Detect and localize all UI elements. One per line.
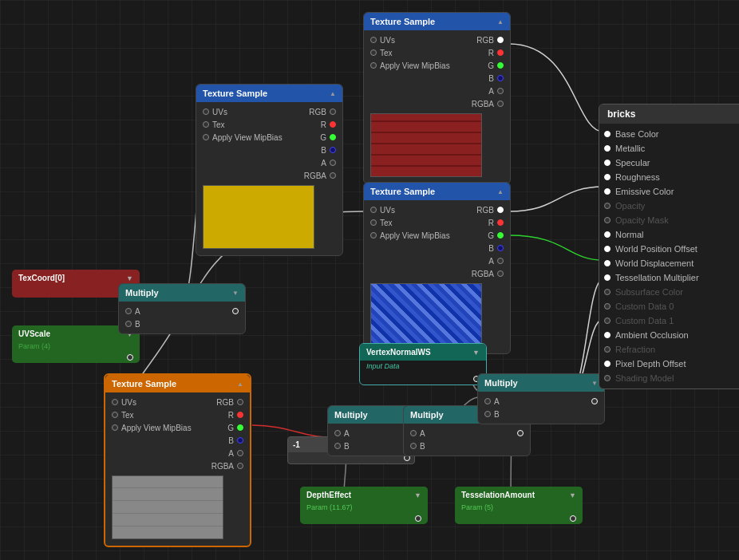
uvscale-label: UVScale	[18, 329, 50, 338]
output-metallic: Metallic	[599, 141, 739, 156]
ts-top-rgba-pin-out	[497, 101, 504, 107]
output-pdo-pin	[604, 361, 611, 367]
ts-bot-uvs-pin-in	[112, 399, 118, 405]
output-custom1: Custom Data 1	[599, 314, 739, 328]
ts-bot-b-pin-out	[237, 437, 243, 444]
vertex-normal-node[interactable]: VertexNormalWS ▼ Input Data	[359, 343, 487, 385]
ts-bot-preview	[112, 475, 223, 539]
tesselation-amount-node[interactable]: TesselationAmount ▼ Param (5)	[455, 487, 583, 524]
ts-mr-a-pin-out	[497, 258, 504, 264]
ts-bot-r-pin-out	[237, 412, 243, 418]
ts-ml-tex-row: Tex R	[196, 118, 342, 131]
output-tessellation: Tessellation Multiplier	[599, 270, 739, 285]
output-roughness: Roughness	[599, 170, 739, 184]
tesselation-out-pin	[570, 515, 576, 522]
ts-ml-rgba-row: RGBA	[196, 169, 342, 182]
ts-mr-mip-row: Apply View MipBias G	[364, 229, 510, 242]
output-wpo-pin	[604, 246, 611, 252]
texture-sample-mid-left-header: Texture Sample ▲	[196, 85, 342, 102]
ts-bot-uvs-row: UVs RGB	[105, 396, 250, 408]
output-opacity-pin	[604, 203, 611, 209]
ts-bot-a-pin-out	[237, 450, 243, 456]
ts-ml-g-pin-out	[330, 134, 336, 140]
ts-top-a-row: A	[364, 85, 510, 97]
multiply4-node[interactable]: Multiply ▼ A B	[477, 373, 605, 424]
ts-mr-rgba-row: RGBA	[364, 267, 510, 280]
ts-ml-b-row: B	[196, 144, 342, 156]
multiply3-b-row: B	[404, 440, 530, 452]
ts-bot-tex-pin-in	[112, 412, 118, 418]
output-tess-pin	[604, 274, 611, 281]
multiply1-header: Multiply ▼	[119, 284, 245, 302]
ts-top-preview	[370, 113, 482, 177]
texture-sample-top-header: Texture Sample ▲	[364, 13, 510, 30]
texture-sample-bottom[interactable]: Texture Sample ▲ UVs RGB Tex	[104, 373, 251, 547]
ts-top-tex-pin-in	[370, 49, 377, 56]
deptheffect-out-pin	[415, 515, 421, 522]
ts-top-tex-row: Tex R	[364, 46, 510, 59]
uvscale-output-pin	[127, 354, 133, 361]
texture-sample-top[interactable]: Texture Sample ▲ UVs RGB Tex	[363, 12, 511, 184]
ts-bot-rgb-pin-out	[237, 399, 243, 405]
ts-top-uvs-pin-in	[370, 37, 377, 43]
multiply3-a-row: A	[404, 427, 530, 440]
multiply1-b-in	[125, 321, 132, 327]
output-shading-model-pin	[604, 375, 611, 381]
ts-ml-a-pin-out	[330, 160, 336, 166]
output-custom0-pin	[604, 303, 611, 310]
minus-one-label: -1	[293, 440, 300, 449]
ts-ml-uvs-row: UVs RGB	[196, 105, 342, 118]
output-ambient-occlusion: Ambient Occlusion	[599, 328, 739, 342]
ts-bot-b-row: B	[105, 434, 250, 447]
output-normal: Normal	[599, 227, 739, 242]
ts-bot-mip-pin-in	[112, 424, 118, 431]
output-pixel-depth-offset: Pixel Depth Offset	[599, 357, 739, 371]
output-roughness-pin	[604, 174, 611, 180]
deptheffect-subtitle: Param (11.67)	[300, 503, 428, 513]
ts-mr-b-row: B	[364, 242, 510, 254]
vnws-subtitle: Input Data	[360, 361, 486, 373]
output-emissive: Emissive Color	[599, 184, 739, 199]
multiply4-header: Multiply ▼	[478, 374, 604, 392]
ts-mr-r-pin-out	[497, 219, 504, 226]
ts-ml-rgba-pin-out	[330, 172, 336, 179]
output-normal-pin	[604, 231, 611, 238]
output-opacity-mask: Opacity Mask	[599, 213, 739, 227]
ts-mr-tex-pin-in	[370, 219, 377, 226]
ts-top-r-pin-out	[497, 49, 504, 56]
ts-ml-a-row: A	[196, 156, 342, 169]
ts-bot-tex-row: Tex R	[105, 408, 250, 421]
ts-mr-preview	[370, 283, 482, 347]
output-metallic-pin	[604, 145, 611, 152]
vnws-dropdown-icon: ▼	[472, 349, 480, 357]
ts-bot-rgba-pin-out	[237, 463, 243, 469]
output-wd-pin	[604, 260, 611, 266]
bricks-title: bricks	[599, 105, 739, 124]
ts-mr-rgb-pin-out	[497, 207, 504, 213]
ts-top-b-pin-out	[497, 75, 504, 81]
output-specular-pin	[604, 160, 611, 166]
output-subsurface-pin	[604, 289, 611, 295]
ts-ml-r-pin-out	[330, 121, 336, 128]
texture-sample-mid-right[interactable]: Texture Sample ▲ UVs RGB Tex	[363, 182, 511, 354]
tesselation-label: TesselationAmount	[461, 491, 535, 499]
ts-mr-mip-pin-in	[370, 232, 377, 239]
multiply1-node[interactable]: Multiply ▼ A B	[118, 283, 246, 334]
ts-mr-uvs-pin-in	[370, 207, 377, 213]
ts-mr-b-pin-out	[497, 245, 504, 251]
multiply4-b-row: B	[478, 408, 604, 420]
depth-effect-node[interactable]: DepthEffect ▼ Param (11.67)	[300, 487, 428, 524]
output-base-color-pin	[604, 131, 611, 137]
multiply4-b-in	[484, 411, 491, 417]
ts-mr-a-row: A	[364, 254, 510, 267]
texture-sample-mid-left[interactable]: Texture Sample ▲ UVs RGB Tex	[196, 84, 343, 256]
ts-bot-g-pin-out	[237, 424, 243, 431]
ts-mr-tex-row: Tex R	[364, 216, 510, 229]
ts-top-a-pin-out	[497, 88, 504, 94]
texture-sample-bottom-header: Texture Sample ▲	[105, 375, 250, 392]
ts-mr-g-pin-out	[497, 232, 504, 239]
multiply4-out	[591, 398, 598, 404]
output-custom0: Custom Data 0	[599, 299, 739, 314]
texture-sample-mid-right-header: Texture Sample ▲	[364, 183, 510, 200]
texcoord-dropdown-icon: ▼	[126, 274, 133, 282]
